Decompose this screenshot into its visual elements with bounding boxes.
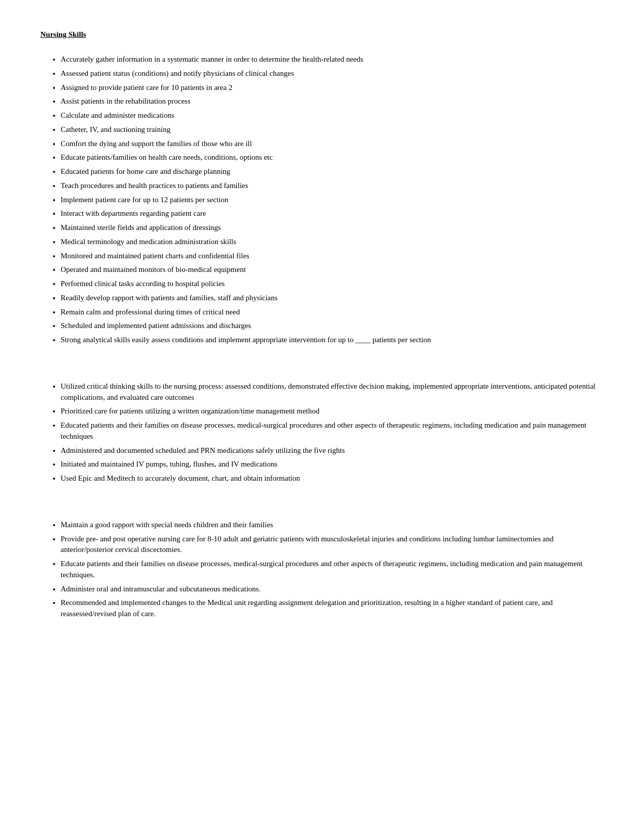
section2-list: Utilized critical thinking skills to the…: [40, 381, 604, 484]
list-item: Performed clinical tasks according to ho…: [61, 279, 604, 290]
list-item: Assist patients in the rehabilitation pr…: [61, 96, 604, 107]
list-item: Monitored and maintained patient charts …: [61, 251, 604, 262]
list-item: Scheduled and implemented patient admiss…: [61, 320, 604, 332]
list-item: Maintained sterile fields and applicatio…: [61, 222, 604, 234]
list-item: Readily develop rapport with patients an…: [61, 293, 604, 304]
list-item: Assigned to provide patient care for 10 …: [61, 82, 604, 94]
list-item: Administered and documented scheduled an…: [61, 445, 604, 456]
list-item: Maintain a good rapport with special nee…: [61, 520, 604, 531]
list-item: Calculate and administer medications: [61, 110, 604, 121]
section3: Maintain a good rapport with special nee…: [40, 520, 604, 620]
section1-list: Accurately gather information in a syste…: [40, 54, 604, 346]
list-item: Educate patients/families on health care…: [61, 152, 604, 163]
list-item: Remain calm and professional during time…: [61, 307, 604, 318]
list-item: Strong analytical skills easily assess c…: [61, 335, 604, 346]
list-item: Operated and maintained monitors of bio-…: [61, 264, 604, 275]
list-item: Educated patients for home care and disc…: [61, 166, 604, 177]
list-item: Utilized critical thinking skills to the…: [61, 381, 604, 403]
list-item: Provide pre- and post operative nursing …: [61, 534, 604, 556]
list-item: Administer oral and intramuscular and su…: [61, 584, 604, 595]
list-item: Accurately gather information in a syste…: [61, 54, 604, 65]
list-item: Catheter, IV, and suctioning training: [61, 124, 604, 135]
page-container: Nursing Skills Accurately gather informa…: [40, 30, 604, 620]
list-item: Educated patients and their families on …: [61, 420, 604, 442]
section1: Accurately gather information in a syste…: [40, 54, 604, 346]
list-item: Assessed patient status (conditions) and…: [61, 68, 604, 79]
section2: Utilized critical thinking skills to the…: [40, 381, 604, 484]
list-item: Recommended and implemented changes to t…: [61, 597, 604, 620]
section-title: Nursing Skills: [40, 30, 604, 39]
list-item: Teach procedures and health practices to…: [61, 180, 604, 192]
list-item: Initiated and maintained IV pumps, tubin…: [61, 459, 604, 470]
list-item: Educate patients and their families on d…: [61, 559, 604, 581]
section3-list: Maintain a good rapport with special nee…: [40, 520, 604, 620]
list-item: Used Epic and Meditech to accurately doc…: [61, 473, 604, 484]
list-item: Medical terminology and medication admin…: [61, 237, 604, 248]
list-item: Prioritized care for patients utilizing …: [61, 406, 604, 417]
list-item: Interact with departments regarding pati…: [61, 208, 604, 219]
list-item: Comfort the dying and support the famili…: [61, 138, 604, 150]
list-item: Implement patient care for up to 12 pati…: [61, 195, 604, 206]
